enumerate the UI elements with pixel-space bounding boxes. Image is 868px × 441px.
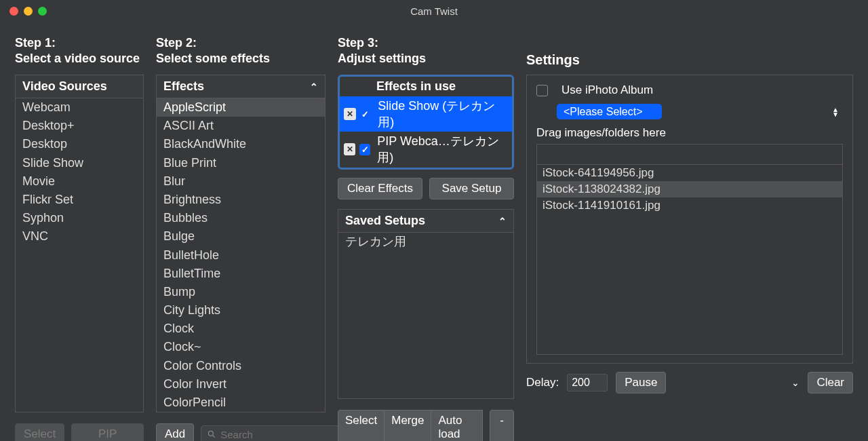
list-item[interactable]: Syphon: [16, 209, 143, 227]
list-item[interactable]: ASCII Art: [157, 117, 325, 135]
saved-setups-panel: Saved Setups ⌃ テレカン用: [338, 209, 514, 399]
step-1-label: Step 1: Select a video source: [15, 35, 144, 68]
saved-setup-item[interactable]: テレカン用: [338, 233, 513, 251]
effect-in-use-row[interactable]: ✕PIP Webca…テレカン用): [340, 132, 512, 167]
select-updown-icon: ▲▼: [832, 107, 839, 117]
settings-panel: Use iPhoto Album <Please Select> ▲▼ Drag…: [526, 75, 853, 364]
image-file-item[interactable]: iStock-641194956.jpg: [537, 165, 842, 181]
titlebar: Cam Twist: [0, 0, 868, 22]
list-item[interactable]: Webcam: [16, 98, 143, 117]
clear-button[interactable]: Clear: [808, 372, 853, 394]
effects-list: Effects ⌃ AppleScriptASCII ArtBlackAndWh…: [156, 75, 326, 413]
window-title: Cam Twist: [0, 5, 868, 17]
effects-in-use-panel: Effects in use ✕Slide Show (テレカン用)✕PIP W…: [338, 75, 514, 170]
chevron-up-icon: ⌃: [498, 216, 507, 227]
list-item[interactable]: ColorPencil: [157, 394, 325, 412]
list-item[interactable]: Bulge: [157, 227, 325, 246]
list-item[interactable]: BlackAndWhite: [157, 135, 325, 153]
search-icon: [207, 429, 216, 439]
list-item[interactable]: City Lights: [157, 301, 325, 320]
effects-in-use-header-label: Effects in use: [376, 79, 456, 94]
effect-in-use-row[interactable]: ✕Slide Show (テレカン用): [340, 96, 512, 132]
saved-remove-button[interactable]: -: [490, 410, 514, 441]
images-dropzone[interactable]: iStock-641194956.jpgiStock-1138024382.jp…: [536, 144, 843, 355]
step-2-label: Step 2: Select some effects: [156, 35, 326, 68]
effects-header[interactable]: Effects ⌃: [157, 75, 325, 98]
list-item[interactable]: Movie: [16, 172, 143, 191]
list-item[interactable]: Flickr Set: [16, 191, 143, 209]
pip-button[interactable]: PIP: [71, 423, 144, 441]
list-item[interactable]: Brightness: [157, 191, 325, 209]
effect-in-use-label: Slide Show (テレカン用): [378, 98, 508, 130]
saved-setups-header[interactable]: Saved Setups ⌃: [338, 210, 513, 233]
list-item[interactable]: Clock: [157, 320, 325, 338]
clear-effects-button[interactable]: Clear Effects: [338, 178, 422, 199]
video-sources-list: Video Sources WebcamDesktop+DesktopSlide…: [15, 75, 144, 413]
video-sources-header: Video Sources: [16, 75, 143, 98]
chevron-up-icon: ⌃: [310, 81, 318, 92]
effect-enabled-checkbox[interactable]: [360, 109, 372, 120]
saved-merge-button[interactable]: Merge: [384, 410, 431, 441]
image-file-item[interactable]: iStock-1138024382.jpg: [537, 181, 842, 197]
effects-in-use-header: Effects in use: [340, 77, 512, 96]
list-item[interactable]: BulletTime: [157, 265, 325, 283]
saved-select-button[interactable]: Select: [338, 410, 384, 441]
drag-images-label: Drag images/folders here: [536, 126, 843, 140]
svg-point-0: [209, 432, 214, 436]
save-setup-button[interactable]: Save Setup: [429, 178, 514, 199]
use-iphoto-checkbox[interactable]: [536, 85, 548, 96]
list-item[interactable]: Color Controls: [157, 357, 325, 375]
effects-header-label: Effects: [163, 79, 204, 94]
delay-input[interactable]: [567, 374, 608, 391]
list-item[interactable]: Desktop+: [16, 117, 143, 135]
effects-search[interactable]: [201, 425, 355, 441]
settings-label: Settings: [526, 35, 853, 68]
saved-autoload-button[interactable]: Auto load: [431, 410, 483, 441]
list-item[interactable]: Slide Show: [16, 154, 143, 172]
effect-in-use-label: PIP Webca…テレカン用): [377, 133, 508, 166]
add-button[interactable]: Add: [156, 423, 194, 441]
pause-button[interactable]: Pause: [616, 372, 666, 394]
list-item[interactable]: Color Invert: [157, 375, 325, 394]
list-item[interactable]: Bubbles: [157, 209, 325, 227]
search-input[interactable]: [220, 429, 349, 440]
list-item[interactable]: Blue Print: [157, 154, 325, 172]
svg-line-1: [213, 436, 215, 438]
effect-enabled-checkbox[interactable]: [359, 144, 370, 155]
list-item[interactable]: Bump: [157, 283, 325, 301]
image-file-item[interactable]: iStock-1141910161.jpg: [537, 197, 842, 214]
list-item[interactable]: VNC: [16, 227, 143, 246]
saved-setups-header-label: Saved Setups: [345, 214, 425, 228]
delay-label: Delay:: [526, 376, 559, 389]
list-item[interactable]: Clock~: [157, 338, 325, 356]
video-sources-header-label: Video Sources: [22, 79, 107, 94]
list-item[interactable]: BulletHole: [157, 246, 325, 265]
album-select[interactable]: <Please Select>: [557, 104, 662, 119]
list-item[interactable]: AppleScript: [157, 98, 325, 117]
album-select-wrap[interactable]: <Please Select> ▲▼: [557, 104, 843, 119]
use-iphoto-label: Use iPhoto Album: [561, 83, 653, 97]
list-item[interactable]: Desktop: [16, 135, 143, 153]
remove-effect-icon[interactable]: ✕: [344, 143, 355, 155]
step-3-label: Step 3: Adjust settings: [338, 35, 514, 68]
remove-effect-icon[interactable]: ✕: [344, 108, 356, 120]
list-item[interactable]: Blur: [157, 172, 325, 191]
select-button[interactable]: Select: [15, 423, 64, 441]
chevron-down-icon[interactable]: ⌄: [791, 377, 800, 388]
